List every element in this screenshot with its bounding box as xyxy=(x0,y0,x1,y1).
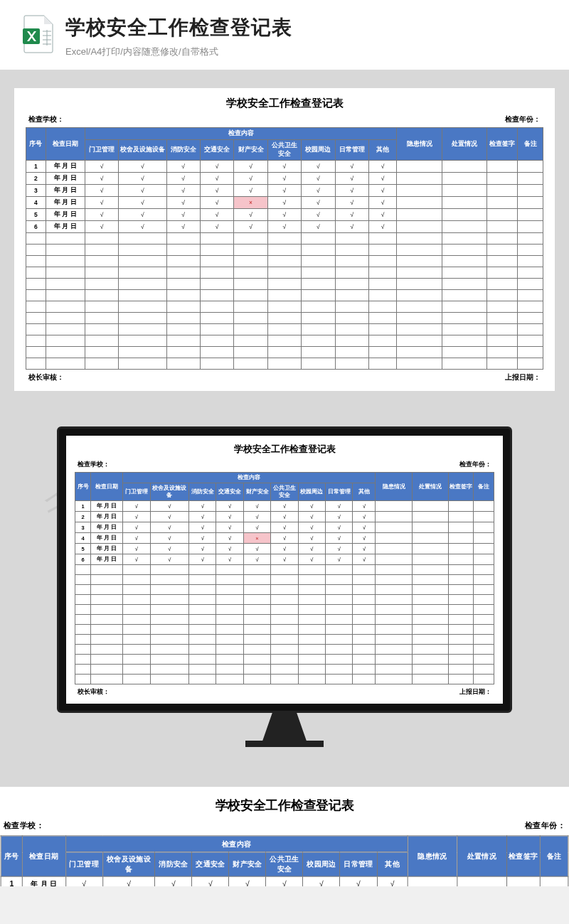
cell-check: √ xyxy=(150,501,188,512)
col-surround: 校园周边 xyxy=(302,140,335,161)
col-sign: 检查签字 xyxy=(448,473,473,501)
cell-check: √ xyxy=(216,501,243,512)
col-daily: 日常管理 xyxy=(326,483,353,501)
cell-check: √ xyxy=(302,221,335,233)
cell-seq: 1 xyxy=(26,161,46,173)
table-row-empty xyxy=(26,245,543,256)
spreadsheet-preview: 学校安全工作检查登记表检查学校：检查年份：序号检查日期检查内容隐患情况处置情况检… xyxy=(14,88,555,391)
cell-check: √ xyxy=(119,161,166,173)
cell-date: 年 月 日 xyxy=(91,512,123,522)
col-seq: 序号 xyxy=(1,836,22,876)
col-content-group: 检查内容 xyxy=(85,128,397,140)
cell-check: √ xyxy=(119,221,166,233)
cell-check: √ xyxy=(368,221,397,233)
cell-check: √ xyxy=(229,876,266,886)
cell-check: √ xyxy=(189,512,216,522)
cell-check: √ xyxy=(298,512,325,522)
table-row: 5年 月 日√√√√√√√√√ xyxy=(26,209,543,221)
cell-check: √ xyxy=(234,185,267,197)
cell-check: √ xyxy=(326,533,353,544)
col-date: 检查日期 xyxy=(91,473,123,501)
inspection-table: 序号检查日期检查内容隐患情况处置情况检查签字备注门卫管理校舍及设施设备消防安全交… xyxy=(75,472,494,684)
col-fire: 消防安全 xyxy=(166,140,200,161)
table-row-empty xyxy=(75,605,494,615)
col-gate: 门卫管理 xyxy=(65,852,102,876)
cell-check: √ xyxy=(302,197,335,209)
col-surround: 校园周边 xyxy=(303,852,340,876)
cell-check: √ xyxy=(243,544,270,554)
cell-check: √ xyxy=(267,173,301,185)
cell-check: √ xyxy=(150,533,188,544)
table-row: 4年 月 日√√√√×√√√√ xyxy=(26,197,543,209)
year-label: 检查年份： xyxy=(525,820,565,832)
cell-check: √ xyxy=(234,209,267,221)
cell-check: √ xyxy=(267,161,301,173)
cell-date: 年 月 日 xyxy=(91,533,123,544)
cell-check: √ xyxy=(200,209,233,221)
table-row: 1年 月 日√√√√√√√√√ xyxy=(26,161,543,173)
col-health: 公共卫生安全 xyxy=(266,852,303,876)
cell-check: √ xyxy=(353,554,376,565)
col-remark: 备注 xyxy=(541,836,568,876)
cell-check: √ xyxy=(150,554,188,565)
year-label: 检查年份： xyxy=(459,460,491,469)
cell-check: √ xyxy=(216,554,243,565)
col-traffic: 交通安全 xyxy=(200,140,233,161)
cell-check: √ xyxy=(166,161,200,173)
cell-date: 年 月 日 xyxy=(91,544,123,554)
cell-check: √ xyxy=(267,185,301,197)
col-remark: 备注 xyxy=(518,128,543,161)
cell-check: √ xyxy=(189,544,216,554)
report-date-label: 上报日期： xyxy=(459,687,491,697)
cell-check: √ xyxy=(200,161,233,173)
cell-check: √ xyxy=(85,161,118,173)
cell-seq: 3 xyxy=(75,522,91,533)
cell-check: √ xyxy=(150,512,188,522)
cell-seq: 6 xyxy=(26,221,46,233)
col-remark: 备注 xyxy=(474,473,494,501)
col-health: 公共卫生安全 xyxy=(267,140,301,161)
table-row: 1年 月 日√√√√√√√√√ xyxy=(75,501,494,512)
col-date: 检查日期 xyxy=(46,128,85,161)
excel-file-icon xyxy=(21,14,55,54)
col-building: 校舍及设施设备 xyxy=(119,140,166,161)
cell-check: √ xyxy=(119,209,166,221)
cell-check: √ xyxy=(298,533,325,544)
col-traffic: 交通安全 xyxy=(216,483,243,501)
col-hazard: 隐患情况 xyxy=(408,836,457,876)
monitor-stand xyxy=(245,711,324,747)
cell-check: √ xyxy=(335,209,368,221)
page-header: 学校安全工作检查登记表 Excel/A4打印/内容随意修改/自带格式 xyxy=(0,0,569,70)
cell-check: √ xyxy=(166,185,200,197)
cell-check: √ xyxy=(271,512,298,522)
table-row-empty xyxy=(26,290,543,301)
col-property: 财产安全 xyxy=(229,852,266,876)
col-property: 财产安全 xyxy=(243,483,270,501)
cell-check: √ xyxy=(189,554,216,565)
cell-check: √ xyxy=(335,197,368,209)
cell-check: √ xyxy=(123,501,150,512)
cell-date: 年 月 日 xyxy=(46,185,85,197)
table-row-empty xyxy=(26,279,543,290)
cell-check: √ xyxy=(271,554,298,565)
cell-seq: 2 xyxy=(26,173,46,185)
cell-check: √ xyxy=(189,522,216,533)
cell-check: √ xyxy=(326,512,353,522)
table-row-empty xyxy=(26,233,543,245)
principal-label: 校长审核： xyxy=(28,372,64,382)
spreadsheet-preview-zoom: 学校安全工作检查登记表检查学校：检查年份：序号检查日期检查内容隐患情况处置情况检… xyxy=(0,787,569,886)
cell-check: √ xyxy=(377,876,408,886)
sheet-title: 学校安全工作检查登记表 xyxy=(26,97,543,110)
cell-check: √ xyxy=(166,173,200,185)
table-row-empty xyxy=(75,615,494,625)
cell-date: 年 月 日 xyxy=(91,554,123,565)
cell-date: 年 月 日 xyxy=(22,876,65,886)
cell-check: √ xyxy=(326,522,353,533)
page-title: 学校安全工作检查登记表 xyxy=(65,14,548,41)
table-row: 4年 月 日√√√√×√√√√ xyxy=(75,533,494,544)
spreadsheet-preview-monitor: 学校安全工作检查登记表检查学校：检查年份：序号检查日期检查内容隐患情况处置情况检… xyxy=(66,436,503,704)
cell-date: 年 月 日 xyxy=(91,501,123,512)
cell-check: √ xyxy=(123,533,150,544)
table-row: 1年 月 日√√√√√√√√√ xyxy=(1,876,568,886)
table-row: 3年 月 日√√√√√√√√√ xyxy=(26,185,543,197)
